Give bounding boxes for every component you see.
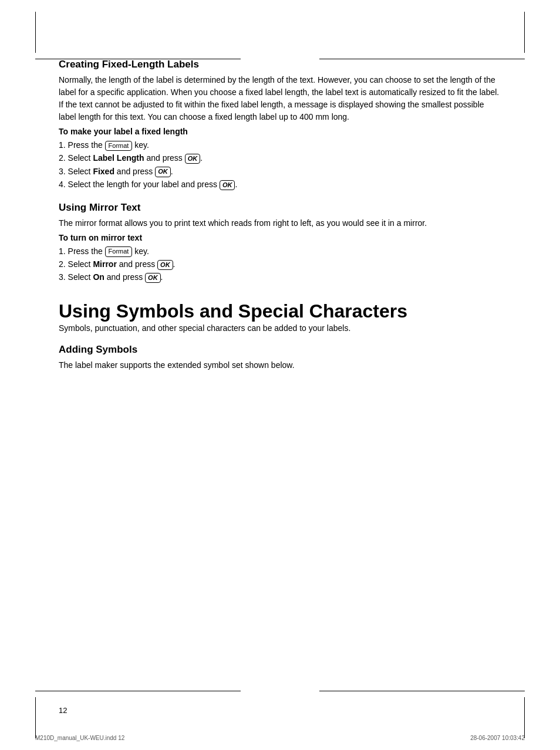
content: Creating Fixed-Length Labels Normally, t…	[59, 59, 501, 371]
top-line-right	[319, 59, 525, 59]
ok-btn-2: OK	[185, 154, 201, 164]
footer-left: M210D_manual_UK-WEU.indd 12	[35, 735, 124, 741]
mirror-text-title: Using Mirror Text	[59, 202, 501, 214]
ok-btn-3: OK	[155, 167, 171, 177]
page: Creating Fixed-Length Labels Normally, t…	[0, 0, 560, 750]
ok-btn-4: OK	[220, 180, 235, 190]
side-line-right	[524, 35, 525, 53]
creating-fixed-length-title: Creating Fixed-Length Labels	[59, 59, 501, 70]
symbols-section: Using Symbols and Special Characters Sym…	[59, 300, 501, 335]
step-2: 2. Select Label Length and press OK.	[59, 151, 501, 164]
creating-fixed-length-body: Normally, the length of the label is det…	[59, 74, 501, 123]
step-4: 4. Select the length for your label and …	[59, 178, 501, 191]
format-key-mirror: Format	[105, 246, 133, 256]
corner-mark-top-right-v	[524, 12, 525, 35]
mirror-step-1: 1. Press the Format key.	[59, 245, 501, 258]
creating-fixed-length-section: Creating Fixed-Length Labels Normally, t…	[59, 59, 501, 191]
mirror-step-3: 3. Select On and press OK.	[59, 271, 501, 283]
side-line-left	[35, 35, 36, 53]
bottom-line-left	[35, 691, 241, 691]
creating-fixed-length-steps-heading: To make your label a fixed length	[59, 127, 501, 136]
corner-mark-top-left-v	[35, 12, 36, 35]
side-line-right-bottom	[524, 697, 525, 715]
footer-right: 28-06-2007 10:03:42	[470, 735, 525, 741]
bottom-line-right	[319, 691, 525, 691]
adding-symbols-section: Adding Symbols The label maker supports …	[59, 344, 501, 371]
fixed-bold: Fixed	[93, 167, 114, 176]
side-line-left-bottom	[35, 697, 36, 715]
mirror-text-body: The mirror format allows you to print te…	[59, 217, 501, 229]
on-bold: On	[93, 272, 104, 282]
mirror-bold: Mirror	[93, 259, 116, 269]
symbols-body: Symbols, punctuation, and other special …	[59, 322, 501, 335]
step-1: 1. Press the Format key.	[59, 138, 501, 151]
format-key-1: Format	[105, 141, 133, 151]
step-3: 3. Select Fixed and press OK.	[59, 165, 501, 178]
mirror-step-2: 2. Select Mirror and press OK.	[59, 258, 501, 271]
mirror-text-section: Using Mirror Text The mirror format allo…	[59, 202, 501, 284]
adding-symbols-body: The label maker supports the extended sy…	[59, 359, 501, 371]
ok-btn-mirror-2: OK	[157, 260, 173, 270]
page-number: 12	[59, 706, 67, 715]
mirror-text-steps-heading: To turn on mirror text	[59, 233, 501, 242]
adding-symbols-title: Adding Symbols	[59, 344, 501, 356]
ok-btn-mirror-3: OK	[145, 273, 161, 283]
label-length-bold: Label Length	[93, 153, 144, 163]
top-line-left	[35, 59, 241, 59]
symbols-title: Using Symbols and Special Characters	[59, 300, 501, 322]
